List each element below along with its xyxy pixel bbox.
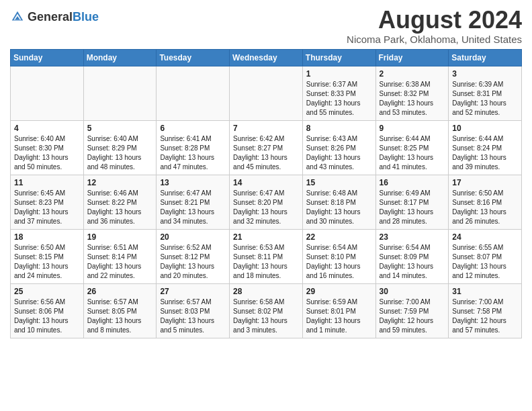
day-info: Sunrise: 6:37 AMSunset: 8:33 PMDaylight:…: [306, 80, 372, 118]
day-cell: 19Sunrise: 6:51 AMSunset: 8:14 PMDayligh…: [83, 229, 157, 283]
day-number: 18: [14, 232, 80, 242]
day-info: Sunrise: 6:59 AMSunset: 8:01 PMDaylight:…: [306, 298, 372, 335]
day-number: 30: [380, 287, 445, 296]
day-number: 19: [87, 232, 153, 242]
day-info: Sunrise: 6:51 AMSunset: 8:14 PMDaylight:…: [87, 243, 153, 281]
day-info: Sunrise: 6:45 AMSunset: 8:23 PMDaylight:…: [14, 189, 80, 226]
day-cell: [11, 66, 84, 120]
day-number: 10: [452, 124, 518, 133]
day-cell: 16Sunrise: 6:49 AMSunset: 8:17 PMDayligh…: [375, 175, 449, 229]
day-info: Sunrise: 6:42 AMSunset: 8:27 PMDaylight:…: [233, 134, 299, 172]
day-number: 6: [160, 124, 226, 133]
header-cell-saturday: Saturday: [449, 49, 522, 66]
day-cell: 26Sunrise: 6:57 AMSunset: 8:05 PMDayligh…: [83, 283, 157, 338]
day-cell: [83, 66, 157, 120]
day-number: 26: [87, 287, 153, 296]
header-cell-friday: Friday: [375, 49, 449, 66]
day-info: Sunrise: 6:56 AMSunset: 8:06 PMDaylight:…: [14, 298, 80, 335]
day-number: 11: [14, 178, 80, 187]
day-info: Sunrise: 6:54 AMSunset: 8:09 PMDaylight:…: [380, 243, 445, 281]
day-cell: 22Sunrise: 6:54 AMSunset: 8:10 PMDayligh…: [302, 229, 375, 283]
day-number: 22: [306, 232, 372, 242]
day-cell: 18Sunrise: 6:50 AMSunset: 8:15 PMDayligh…: [11, 229, 84, 283]
day-cell: 9Sunrise: 6:44 AMSunset: 8:25 PMDaylight…: [375, 120, 449, 175]
logo-general: General: [28, 11, 73, 23]
day-cell: 2Sunrise: 6:38 AMSunset: 8:32 PMDaylight…: [375, 66, 449, 120]
logo: General Blue: [10, 9, 99, 24]
day-cell: 20Sunrise: 6:52 AMSunset: 8:12 PMDayligh…: [157, 229, 230, 283]
day-info: Sunrise: 6:52 AMSunset: 8:12 PMDaylight:…: [160, 243, 226, 281]
week-row-4: 18Sunrise: 6:50 AMSunset: 8:15 PMDayligh…: [11, 229, 522, 283]
header-row: SundayMondayTuesdayWednesdayThursdayFrid…: [11, 49, 522, 66]
day-cell: 21Sunrise: 6:53 AMSunset: 8:11 PMDayligh…: [230, 229, 303, 283]
week-row-1: 1Sunrise: 6:37 AMSunset: 8:33 PMDaylight…: [11, 66, 522, 120]
day-info: Sunrise: 6:40 AMSunset: 8:30 PMDaylight:…: [14, 134, 80, 172]
day-number: 20: [160, 232, 226, 242]
day-cell: 1Sunrise: 6:37 AMSunset: 8:33 PMDaylight…: [302, 66, 375, 120]
day-info: Sunrise: 6:57 AMSunset: 8:03 PMDaylight:…: [160, 298, 226, 335]
day-cell: 27Sunrise: 6:57 AMSunset: 8:03 PMDayligh…: [157, 283, 230, 338]
day-info: Sunrise: 6:47 AMSunset: 8:20 PMDaylight:…: [233, 189, 299, 226]
day-info: Sunrise: 6:58 AMSunset: 8:02 PMDaylight:…: [233, 298, 299, 335]
day-cell: 25Sunrise: 6:56 AMSunset: 8:06 PMDayligh…: [11, 283, 84, 338]
day-cell: 14Sunrise: 6:47 AMSunset: 8:20 PMDayligh…: [230, 175, 303, 229]
day-cell: 24Sunrise: 6:55 AMSunset: 8:07 PMDayligh…: [449, 229, 522, 283]
day-info: Sunrise: 6:48 AMSunset: 8:18 PMDaylight:…: [306, 189, 372, 226]
day-cell: 8Sunrise: 6:43 AMSunset: 8:26 PMDaylight…: [302, 120, 375, 175]
day-number: 23: [380, 232, 445, 242]
day-cell: 3Sunrise: 6:39 AMSunset: 8:31 PMDaylight…: [449, 66, 522, 120]
day-number: 27: [160, 287, 226, 296]
day-info: Sunrise: 6:41 AMSunset: 8:28 PMDaylight:…: [160, 134, 226, 172]
day-number: 28: [233, 287, 299, 296]
header-cell-wednesday: Wednesday: [230, 49, 303, 66]
day-cell: 30Sunrise: 7:00 AMSunset: 7:59 PMDayligh…: [375, 283, 449, 338]
calendar-header: SundayMondayTuesdayWednesdayThursdayFrid…: [11, 49, 522, 66]
day-number: 14: [233, 178, 299, 187]
day-cell: 11Sunrise: 6:45 AMSunset: 8:23 PMDayligh…: [11, 175, 84, 229]
day-number: 21: [233, 232, 299, 242]
day-info: Sunrise: 6:55 AMSunset: 8:07 PMDaylight:…: [452, 243, 518, 281]
day-info: Sunrise: 6:54 AMSunset: 8:10 PMDaylight:…: [306, 243, 372, 281]
day-number: 31: [452, 287, 518, 296]
logo-blue: Blue: [73, 11, 99, 23]
subtitle: Nicoma Park, Oklahoma, United States: [347, 34, 522, 45]
day-info: Sunrise: 6:49 AMSunset: 8:17 PMDaylight:…: [380, 189, 445, 226]
day-number: 2: [380, 69, 445, 79]
day-number: 1: [306, 69, 372, 79]
day-cell: 12Sunrise: 6:46 AMSunset: 8:22 PMDayligh…: [83, 175, 157, 229]
day-number: 16: [380, 178, 445, 187]
day-number: 24: [452, 232, 518, 242]
day-info: Sunrise: 6:43 AMSunset: 8:26 PMDaylight:…: [306, 134, 372, 172]
day-info: Sunrise: 6:57 AMSunset: 8:05 PMDaylight:…: [87, 298, 153, 335]
day-number: 17: [452, 178, 518, 187]
header-cell-thursday: Thursday: [302, 49, 375, 66]
day-cell: [230, 66, 303, 120]
header: General Blue August 2024 Nicoma Park, Ok…: [10, 7, 522, 45]
header-cell-sunday: Sunday: [11, 49, 84, 66]
day-info: Sunrise: 6:46 AMSunset: 8:22 PMDaylight:…: [87, 189, 153, 226]
logo-icon: [10, 9, 25, 24]
day-cell: 17Sunrise: 6:50 AMSunset: 8:16 PMDayligh…: [449, 175, 522, 229]
day-number: 4: [14, 124, 80, 133]
week-row-2: 4Sunrise: 6:40 AMSunset: 8:30 PMDaylight…: [11, 120, 522, 175]
logo-text: General Blue: [28, 11, 99, 23]
day-info: Sunrise: 6:47 AMSunset: 8:21 PMDaylight:…: [160, 189, 226, 226]
day-cell: 23Sunrise: 6:54 AMSunset: 8:09 PMDayligh…: [375, 229, 449, 283]
day-number: 29: [306, 287, 372, 296]
day-info: Sunrise: 6:40 AMSunset: 8:29 PMDaylight:…: [87, 134, 153, 172]
calendar-table: SundayMondayTuesdayWednesdayThursdayFrid…: [10, 49, 522, 338]
main-title: August 2024: [347, 7, 522, 34]
day-cell: 10Sunrise: 6:44 AMSunset: 8:24 PMDayligh…: [449, 120, 522, 175]
day-info: Sunrise: 6:39 AMSunset: 8:31 PMDaylight:…: [452, 80, 518, 118]
day-cell: 29Sunrise: 6:59 AMSunset: 8:01 PMDayligh…: [302, 283, 375, 338]
day-number: 12: [87, 178, 153, 187]
day-info: Sunrise: 6:38 AMSunset: 8:32 PMDaylight:…: [380, 80, 445, 118]
day-cell: 6Sunrise: 6:41 AMSunset: 8:28 PMDaylight…: [157, 120, 230, 175]
day-info: Sunrise: 6:50 AMSunset: 8:15 PMDaylight:…: [14, 243, 80, 281]
day-info: Sunrise: 6:44 AMSunset: 8:24 PMDaylight:…: [452, 134, 518, 172]
day-number: 9: [380, 124, 445, 133]
day-info: Sunrise: 6:53 AMSunset: 8:11 PMDaylight:…: [233, 243, 299, 281]
title-area: August 2024 Nicoma Park, Oklahoma, Unite…: [347, 7, 522, 45]
day-cell: 7Sunrise: 6:42 AMSunset: 8:27 PMDaylight…: [230, 120, 303, 175]
day-number: 13: [160, 178, 226, 187]
